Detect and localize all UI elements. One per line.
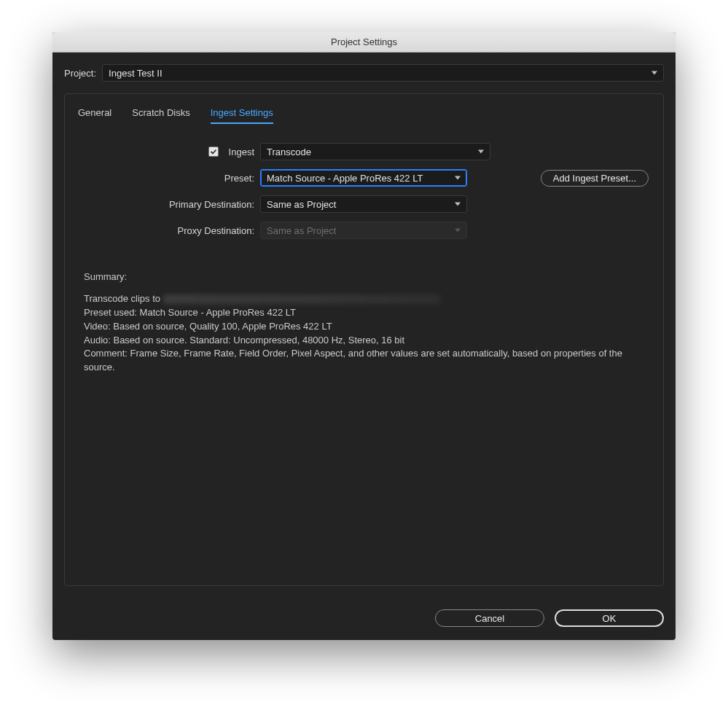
tab-scratch-disks[interactable]: Scratch Disks [132,107,189,124]
ingest-label: Ingest [229,147,254,157]
ingest-row: Ingest Transcode [104,143,649,160]
chevron-down-icon [651,71,657,75]
ingest-mode-value: Transcode [267,147,311,157]
check-icon [210,148,217,155]
summary-line1-blurred-path [163,294,440,304]
proxy-destination-value: Same as Project [267,225,336,236]
proxy-destination-label: Proxy Destination: [104,225,254,236]
chevron-down-icon [455,229,461,233]
primary-destination-label: Primary Destination: [104,199,254,210]
ingest-mode-select[interactable]: Transcode [260,143,490,160]
ingest-checkbox[interactable] [208,147,219,157]
project-row: Project: Ingest Test II [64,64,664,82]
project-settings-dialog: Project Settings Project: Ingest Test II… [52,32,676,640]
chevron-down-icon [455,203,461,206]
preset-row: Preset: Match Source - Apple ProRes 422 … [104,169,649,187]
summary-line1-prefix: Transcode clips to [84,293,163,304]
summary-line5: Comment: Frame Size, Frame Rate, Field O… [84,347,649,375]
chevron-down-icon [478,150,484,154]
project-label: Project: [64,68,96,79]
tabs: General Scratch Disks Ingest Settings [75,107,653,124]
dialog-footer: Cancel OK [52,598,676,640]
summary-line3: Video: Based on source, Quality 100, App… [84,320,649,334]
settings-panel: General Scratch Disks Ingest Settings In… [64,93,664,586]
chevron-down-icon [455,176,461,180]
summary-label: Summary: [84,271,649,282]
summary-section: Summary: Transcode clips to Preset used:… [84,271,649,375]
cancel-button[interactable]: Cancel [435,609,544,627]
summary-line2: Preset used: Match Source - Apple ProRes… [84,306,649,320]
primary-destination-select[interactable]: Same as Project [260,195,467,213]
primary-destination-value: Same as Project [267,199,336,210]
window-title: Project Settings [331,36,397,47]
ok-button[interactable]: OK [555,609,664,627]
add-ingest-preset-button[interactable]: Add Ingest Preset... [541,170,649,187]
dialog-body: Project: Ingest Test II General Scratch … [52,52,676,598]
summary-line4: Audio: Based on source. Standard: Uncomp… [84,334,649,348]
preset-label: Preset: [104,173,254,184]
tab-ingest-settings[interactable]: Ingest Settings [211,107,273,124]
tab-general[interactable]: General [78,107,111,124]
primary-destination-row: Primary Destination: Same as Project [104,195,649,213]
project-select[interactable]: Ingest Test II [102,64,664,82]
preset-value: Match Source - Apple ProRes 422 LT [267,173,423,184]
summary-text: Transcode clips to Preset used: Match So… [84,292,649,375]
ingest-form: Ingest Transcode Preset: Match Sou [75,143,653,375]
proxy-destination-select: Same as Project [260,222,467,239]
preset-select[interactable]: Match Source - Apple ProRes 422 LT [260,169,467,187]
window-titlebar: Project Settings [52,32,676,52]
project-select-value: Ingest Test II [109,68,162,79]
proxy-destination-row: Proxy Destination: Same as Project [104,222,649,239]
